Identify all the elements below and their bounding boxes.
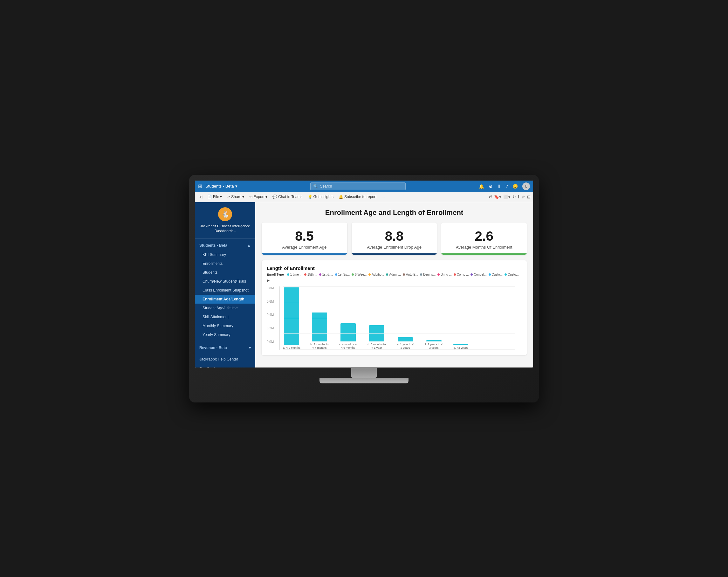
export-btn[interactable]: ↤ Export ▾ — [247, 193, 269, 200]
bar-label-5: f. 2 years to < 3 years — [424, 343, 443, 350]
legend-item-5: Additio... — [368, 273, 384, 276]
more-btn[interactable]: ··· — [380, 193, 387, 200]
legend-label-11: Congel... — [474, 273, 486, 276]
students-section-header[interactable]: Students - Beta ▲ — [195, 241, 255, 250]
view-icon[interactable]: ⬜▾ — [503, 194, 511, 199]
sidebar-item-kpi-summary[interactable]: KPI Summary — [195, 250, 255, 259]
bar-6[interactable] — [453, 344, 468, 345]
monitor-stand-base — [195, 378, 533, 384]
grid-line-1 — [283, 286, 515, 287]
legend-item-7: Auto E... — [403, 273, 418, 276]
bar-3[interactable] — [369, 325, 384, 341]
legend-label-13: Custo... — [508, 273, 519, 276]
bar-group-3: d. 6 months to < 1 year — [367, 325, 386, 350]
kpi-bar-months-enrollment — [441, 253, 527, 255]
bar-label-1: b. 2 months to < 4 months — [310, 343, 329, 350]
bar-1[interactable] — [312, 313, 327, 341]
legend-item-12: Custo... — [489, 273, 502, 276]
sidebar-item-enrollment-age[interactable]: Enrollment Age/Length — [195, 295, 255, 304]
subscribe-btn[interactable]: 🔔 Subscribe to report — [337, 193, 378, 200]
star-icon[interactable]: ☆ — [521, 194, 525, 199]
undo-icon[interactable]: ↺ — [489, 194, 492, 199]
bookmark-icon[interactable]: 🔖▾ — [494, 194, 501, 199]
legend-dot-11 — [470, 273, 473, 276]
sidebar-item-yearly-summary[interactable]: Yearly Summary — [195, 330, 255, 339]
bar-group-2: c. 4 months to < 6 months — [339, 323, 358, 350]
monitor-stand-neck — [195, 368, 533, 378]
legend-item-4: 6 Wee... — [352, 273, 367, 276]
legend-label-9: Bring ... — [441, 273, 451, 276]
settings-icon[interactable]: ⚙ — [489, 184, 493, 189]
sidebar: 🐇 Jackrabbit Business Intelligence Dashb… — [195, 202, 255, 367]
y-label-0: 0.8M — [267, 286, 274, 290]
bar-5[interactable] — [426, 340, 442, 341]
get-insights-btn[interactable]: 💡 Get insights — [306, 193, 335, 200]
help-icon[interactable]: ? — [505, 184, 508, 189]
legend-dot-5 — [368, 273, 371, 276]
bar-chart: a. < 2 monthsb. 2 months to < 4 monthsc.… — [280, 286, 522, 350]
bar-group-4: e. 1 year to < 2 years — [396, 337, 415, 350]
sidebar-feedback[interactable]: Feedback — [195, 364, 255, 367]
sidebar-app-title: Jackrabbit Business Intelligence Dashboa… — [200, 224, 250, 234]
search-icon: 🔍 — [313, 184, 318, 188]
legend-item-2: 1st & ... — [319, 273, 333, 276]
legend-dot-0 — [287, 273, 289, 276]
bar-label-2: c. 4 months to < 6 months — [339, 343, 358, 350]
sidebar-item-enrollments[interactable]: Enrollments — [195, 259, 255, 268]
sidebar-item-students[interactable]: Students — [195, 268, 255, 277]
kpi-value-enrollment-age: 8.5 — [267, 229, 342, 243]
bar-4[interactable] — [398, 337, 413, 341]
y-axis-labels: 0.8M 0.6M 0.4M 0.2M 0.0M — [267, 286, 275, 344]
legend-dot-3 — [335, 273, 337, 276]
app-title[interactable]: Students - Beta ▾ — [205, 184, 237, 188]
sidebar-help-center[interactable]: Jackrabbit Help Center — [195, 355, 255, 364]
sidebar-logo: 🐇 Jackrabbit Business Intelligence Dashb… — [195, 202, 255, 239]
legend-label-0: 1 time ... — [290, 273, 302, 276]
bar-label-6: g. >3 years — [453, 346, 468, 350]
share-btn[interactable]: ↗ Share ▾ — [225, 193, 246, 200]
top-bar: ⊞ Students - Beta ▾ 🔍 Search 🔔 ⚙ ⬇ ? — [195, 181, 533, 192]
kpi-label-enrollment-age: Average Enrollment Age — [267, 245, 342, 250]
bar-label-0: a. < 2 months — [283, 346, 301, 350]
bar-0[interactable] — [284, 287, 299, 345]
sidebar-item-churn[interactable]: Churn/New Student/Trials — [195, 277, 255, 286]
sidebar-item-class-enrollment-snapshot[interactable]: Class Enrollment Snapshot — [195, 286, 255, 295]
kpi-label-months-enrollment: Average Months Of Enrollment — [446, 245, 522, 250]
refresh-icon[interactable]: ↻ — [513, 194, 516, 199]
notification-icon[interactable]: 🔔 — [479, 184, 484, 189]
sidebar-item-skill-attainment[interactable]: Skill Attainment — [195, 313, 255, 321]
legend-label-3: 1st Sp... — [338, 273, 350, 276]
bar-2[interactable] — [340, 323, 356, 341]
collapse-sidebar-btn[interactable]: ◁ — [198, 193, 204, 200]
chart-title: Length of Enrollment — [267, 265, 522, 271]
legend-label-4: 6 Wee... — [355, 273, 367, 276]
grid-icon[interactable]: ⊞ — [198, 183, 202, 189]
fullscreen-icon[interactable]: ⊞ — [527, 194, 530, 199]
legend-item-6: Admin... — [386, 273, 401, 276]
avatar[interactable]: U — [522, 182, 530, 190]
file-btn[interactable]: 📄 File ▾ — [205, 193, 224, 200]
download-icon[interactable]: ⬇ — [497, 184, 501, 189]
face-icon[interactable]: 😊 — [513, 184, 518, 189]
legend-item-11: Congel... — [470, 273, 486, 276]
kpi-cards: 8.5 Average Enrollment Age 8.8 Average E… — [262, 222, 527, 255]
revenue-section-header[interactable]: Revenue - Beta ▾ — [195, 343, 255, 352]
chat-in-teams-btn[interactable]: 💬 Chat in Teams — [270, 193, 304, 200]
sidebar-item-student-age[interactable]: Student Age/Lifetime — [195, 304, 255, 313]
bar-label-3: d. 6 months to < 1 year — [367, 343, 386, 350]
legend-item-9: Bring ... — [437, 273, 451, 276]
legend-item-1: 15th ... — [304, 273, 317, 276]
legend-dot-7 — [403, 273, 405, 276]
legend-dot-8 — [420, 273, 422, 276]
logo-icon: 🐇 — [218, 207, 232, 221]
legend-dot-1 — [304, 273, 307, 276]
info-icon[interactable]: ℹ — [518, 194, 519, 199]
legend-label-10: Comp ... — [457, 273, 469, 276]
search-box[interactable]: 🔍 Search — [310, 182, 406, 190]
y-label-1: 0.6M — [267, 300, 274, 303]
bar-group-0: a. < 2 months — [283, 287, 301, 350]
legend-more-btn[interactable]: ▶ — [267, 278, 269, 283]
search-placeholder: Search — [320, 184, 332, 188]
sidebar-item-monthly-summary[interactable]: Monthly Summary — [195, 321, 255, 330]
chart-container: Length of Enrollment Enroll Type 1 time … — [262, 260, 527, 355]
